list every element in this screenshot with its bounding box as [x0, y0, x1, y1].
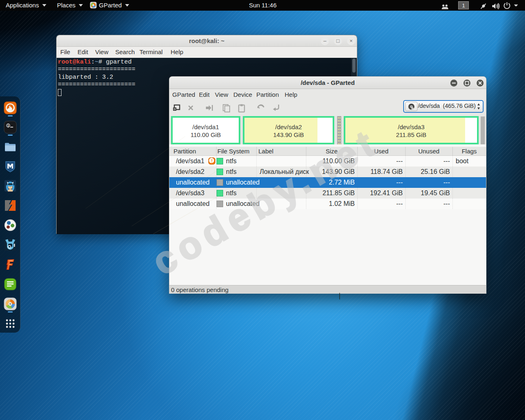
- svg-text:$: $: [7, 124, 9, 128]
